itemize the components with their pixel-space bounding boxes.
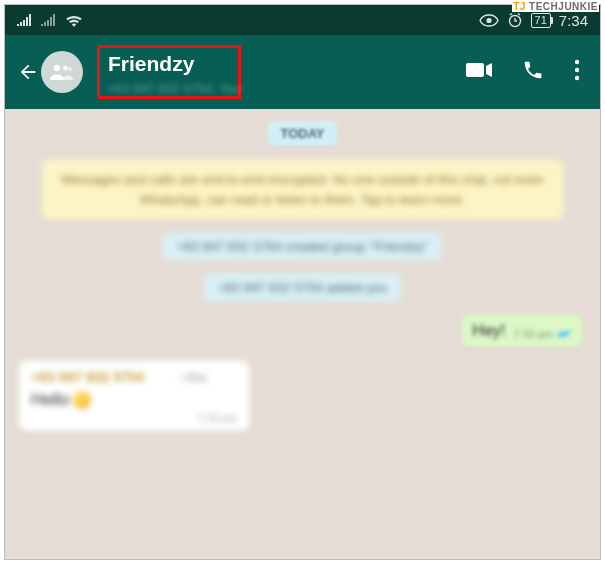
more-options-button[interactable] — [574, 59, 580, 85]
svg-point-7 — [575, 76, 579, 80]
svg-point-4 — [68, 67, 72, 71]
chat-subtitle: +63 947 832 5754, You — [107, 81, 241, 96]
phone-frame: 71 7:34 Friendzy +63 947 832 5754, You — [4, 4, 601, 560]
signal-icon-2 — [41, 14, 57, 26]
encryption-notice[interactable]: Messages and calls are end-to-end encryp… — [42, 160, 564, 219]
phone-icon — [522, 59, 544, 81]
back-button[interactable] — [17, 51, 83, 93]
svg-point-2 — [54, 65, 60, 71]
message-text: Hey! — [472, 322, 505, 340]
clock-time: 7:34 — [559, 12, 588, 29]
system-message: +63 947 832 5754 added you — [204, 274, 402, 301]
message-time: 7:33 pm — [31, 412, 237, 424]
dots-vertical-icon — [574, 59, 580, 81]
group-icon — [49, 63, 75, 81]
chat-title: Friendzy — [108, 52, 194, 75]
message-sender-tag: ~She — [179, 371, 207, 385]
message-outgoing[interactable]: Hey! 7:33 pm — [462, 315, 582, 347]
double-check-icon — [556, 329, 572, 339]
alarm-icon — [507, 12, 523, 28]
voice-call-button[interactable] — [522, 59, 544, 85]
arrow-left-icon — [17, 61, 39, 83]
emoji-smile-icon — [73, 391, 91, 409]
chat-scroll-area[interactable]: TODAY Messages and calls are end-to-end … — [5, 109, 600, 559]
video-call-button[interactable] — [466, 61, 492, 83]
svg-point-3 — [63, 65, 68, 70]
signal-icon — [17, 14, 33, 26]
group-avatar — [41, 51, 83, 93]
video-icon — [466, 61, 492, 79]
message-meta: 7:33 pm — [513, 328, 572, 340]
status-bar: 71 7:34 — [5, 5, 600, 35]
watermark-brand: TJ TECHJUNKIE — [512, 1, 599, 12]
eye-icon — [479, 14, 499, 27]
wifi-icon — [65, 14, 83, 27]
date-separator: TODAY — [268, 121, 336, 146]
system-message: +63 947 832 5754 created group "Friendzy… — [163, 233, 443, 260]
svg-point-6 — [575, 68, 579, 72]
chat-title-block[interactable]: Friendzy +63 947 832 5754, You — [97, 49, 241, 96]
message-incoming[interactable]: +63 947 832 5754 ~She Hello 7:33 pm — [19, 361, 249, 431]
svg-point-0 — [486, 17, 491, 22]
message-sender: +63 947 832 5754 — [31, 369, 144, 385]
svg-point-5 — [575, 60, 579, 64]
chat-appbar: Friendzy +63 947 832 5754, You — [5, 35, 600, 109]
message-text: Hello — [31, 390, 70, 410]
battery-indicator: 71 — [531, 13, 551, 28]
